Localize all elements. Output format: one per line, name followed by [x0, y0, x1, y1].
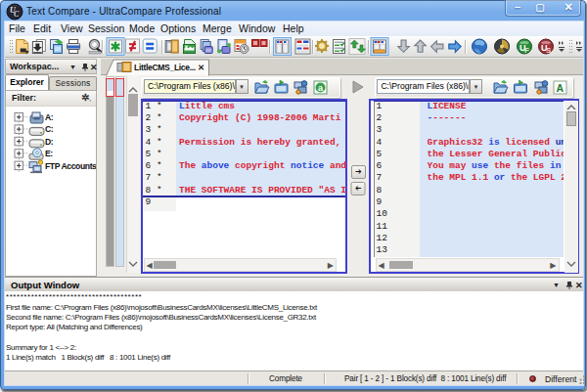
svg-text:C: C	[14, 10, 20, 19]
svg-text:A:: A:	[45, 112, 54, 122]
svg-text:FTP Accounts: FTP Accounts	[45, 160, 96, 170]
svg-text:C:: C:	[45, 124, 54, 134]
svg-text:E:: E:	[45, 149, 53, 158]
svg-text:D:: D:	[45, 136, 54, 146]
svg-text:S: S	[546, 46, 552, 55]
svg-text:F: F	[524, 46, 529, 55]
svg-text:A: A	[557, 81, 564, 93]
